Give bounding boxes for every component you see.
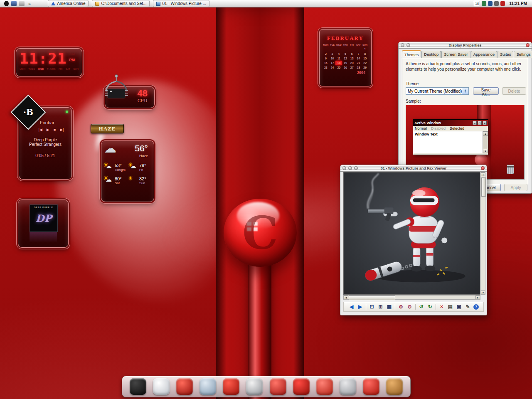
theme-select[interactable]: My Current Theme (Modified) ▲▼ [406,87,469,95]
taskbar-button-1[interactable]: America Online [48,0,89,7]
delete-icon[interactable]: × [438,304,445,310]
save-icon[interactable]: ▣ [456,304,462,310]
mini-robot-icon[interactable] [246,378,263,395]
calendar-date[interactable]: 6 [349,52,355,56]
calendar-date[interactable]: 4 [335,52,342,56]
best-fit-icon[interactable]: ⊡ [369,304,375,310]
calendar-date[interactable]: 14 [355,56,362,61]
toy-box-icon[interactable] [386,378,403,395]
tray-clock[interactable]: 11:21 PM [509,1,527,6]
combo-spinner-icon[interactable]: ▲▼ [462,88,468,94]
calendar-date[interactable]: 21 [355,61,362,65]
stop-button[interactable]: ■ [54,128,56,132]
overflow-chevron[interactable]: » [27,1,32,6]
tab-appearance[interactable]: Appearance [471,51,497,58]
calendar-date[interactable]: 29 [362,65,368,70]
help-icon[interactable]: ? [473,304,479,310]
shortcut-icon-1[interactable] [11,1,17,6]
calendar-date[interactable]: 27 [349,65,355,70]
calendar-date[interactable]: 12 [342,56,349,61]
zoom-in-icon[interactable]: ⊕ [398,304,404,310]
viewer-titlebar[interactable]: 01 - Windows Picture and Fax Viewer [340,165,487,172]
alert-tray-icon[interactable] [500,1,505,6]
tweak-tray-icon[interactable] [482,1,486,6]
blue-robot-icon[interactable] [200,378,216,395]
viewer-close-button[interactable] [342,166,346,170]
print-icon[interactable]: ▤ [447,304,453,310]
tab-suites[interactable]: Suites [498,51,513,58]
viewer-vertical-scrollbar[interactable]: ▲ ▼ [481,172,485,295]
dp-close-button[interactable] [526,43,530,47]
dp-minimize-button[interactable] [401,43,404,47]
previous-image-icon[interactable]: ◀ [348,304,355,310]
zoom-out-icon[interactable]: ⊖ [406,304,413,310]
calendar-date[interactable]: 16 [323,61,329,65]
calendar-date[interactable]: 22 [362,61,368,65]
rotate-cw-icon[interactable]: ↻ [427,304,433,310]
halo-robot-icon[interactable] [340,378,356,395]
ghost-icon[interactable] [153,378,170,395]
scroll-left-icon[interactable]: ◀ [344,296,348,299]
shortcut-icon-2[interactable] [19,1,25,6]
calendar-date[interactable]: 1 [362,47,368,52]
calendar-date[interactable]: 24 [329,65,336,70]
calendar-date[interactable]: 20 [349,61,355,65]
red-mech-icon[interactable] [270,378,286,395]
edit-icon[interactable]: ✎ [465,304,471,310]
scroll-down-icon[interactable]: ▼ [481,291,485,294]
save-as-button[interactable]: Save As... [473,87,499,95]
viewer-exit-button[interactable] [481,166,485,170]
taskbar-button-3[interactable]: 01 - Windows Picture ... [153,0,209,7]
dp-maximize-button[interactable] [406,43,410,47]
rocket-icon[interactable] [363,378,379,395]
calendar-date[interactable]: 26 [342,65,349,70]
calendar-date[interactable]: 2 [323,52,329,56]
calendar-date[interactable]: 9 [323,56,329,61]
apple-menu-icon[interactable] [4,1,9,6]
weather-widget[interactable]: ☁ 56° Haze ☀☁53°Tonight☀☁79°Fri☀☁80°Sat☀… [101,140,154,202]
calendar-date[interactable]: 5 [342,52,349,56]
slideshow-icon[interactable]: ▦ [386,304,392,310]
calendar-date[interactable]: 23 [323,65,329,70]
horizontal-scroll-thumb[interactable] [349,296,395,300]
update-tray-icon[interactable] [494,1,499,6]
scroll-right-icon[interactable]: ▶ [475,296,480,299]
calendar-date[interactable]: 3 [329,52,336,56]
calendar-widget[interactable]: FEBRUARY MONTUEWEDTHUFRISATSUN 123456789… [319,29,372,86]
vertical-scroll-thumb[interactable] [481,177,486,197]
calendar-date[interactable]: 13 [349,56,355,61]
tab-settings[interactable]: Settings [514,51,532,58]
viewer-minimize-button[interactable] [348,166,352,170]
clock-widget[interactable]: 11:21 AM PM MONTUESWEDTHURSFRISATSUN [16,48,82,76]
taskbar-button-2[interactable]: C:\Documents and Set... [92,0,150,7]
display-tray-icon[interactable] [488,1,493,6]
fire-extinguisher-icon[interactable] [223,378,239,395]
calendar-date[interactable]: 15 [362,56,368,61]
tab-desktop[interactable]: Desktop [421,51,441,58]
calendar-date[interactable]: 25 [335,65,342,70]
scroll-up-icon[interactable]: ▲ [481,172,485,176]
red-ball-icon[interactable] [176,378,193,395]
play-button[interactable]: ▶ [47,128,49,132]
calendar-date[interactable]: 17 [329,61,336,65]
calendar-tray-badge[interactable]: 18 [474,1,480,6]
cherry-icon[interactable] [293,378,310,395]
tab-themes[interactable]: Themes [402,50,421,57]
previous-button[interactable]: |◀ [39,128,42,132]
calendar-date[interactable]: 7 [355,52,362,56]
magnet-icon[interactable] [316,378,333,395]
picture-viewer-window[interactable]: 01 - Windows Picture and Fax Viewer [340,165,487,315]
calendar-date[interactable]: 11 [335,56,342,61]
joystick-icon[interactable] [130,378,146,395]
album-art-widget[interactable]: DEEP PURPLE DP [18,200,69,248]
viewer-horizontal-scrollbar[interactable]: ◀ ▶ [343,295,480,300]
next-button[interactable]: ▶| [60,128,64,132]
dp-titlebar[interactable]: Display Properties [399,42,532,49]
actual-size-icon[interactable]: ⊞ [377,304,384,310]
calendar-date[interactable]: 19 [342,61,349,65]
calendar-date[interactable]: 18 [335,61,342,65]
rotate-ccw-icon[interactable]: ↺ [418,304,424,310]
calendar-date[interactable]: 28 [355,65,362,70]
next-image-icon[interactable]: ▶ [357,304,363,310]
calendar-date[interactable]: 10 [329,56,336,61]
